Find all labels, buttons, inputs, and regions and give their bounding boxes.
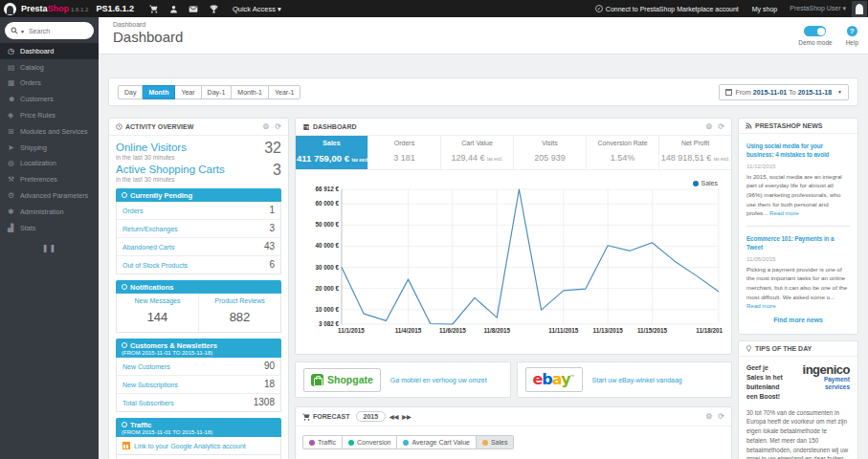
gear-icon[interactable]: ⚙ <box>705 122 712 131</box>
orders-icon: ▦ <box>8 78 20 87</box>
date-range-picker[interactable]: From2015-11-01 To2015-11-18 ▼ <box>719 84 849 100</box>
svg-text:30 000 €: 30 000 € <box>315 264 339 271</box>
chart-legend[interactable]: Sales <box>693 180 718 186</box>
help-icon[interactable]: ? <box>847 26 857 36</box>
news-article-title[interactable]: Using social media for your business: 4 … <box>746 142 850 160</box>
ebay-link[interactable]: Start uw eBay-winkel vandaag <box>592 377 682 383</box>
marketplace-link[interactable]: Connect to PrestaShop Marketplace accoun… <box>606 6 739 12</box>
sidebar-item-advanced-parameters[interactable]: ⚙Advanced Parameters <box>0 187 99 204</box>
svg-text:11/4/2015: 11/4/2015 <box>395 327 422 334</box>
sidebar-item-administration[interactable]: ✱Administration <box>0 204 99 220</box>
forecast-conversion-button[interactable]: Conversion <box>343 435 397 449</box>
traffic-section: Traffic(FROM 2015-11-01 TO 2015-11-18) L… <box>116 418 281 459</box>
find-more-news-link[interactable]: Find more news <box>746 311 850 332</box>
sidebar-item-preferences[interactable]: ⚒Preferences <box>0 171 99 187</box>
stat-net-profit[interactable]: Net Profit148 918,51 € tax excl. <box>659 136 731 169</box>
forecast-year: 2015 <box>356 411 387 422</box>
avatar[interactable] <box>852 1 867 17</box>
forecast-sales-button[interactable]: Sales <box>477 435 515 449</box>
active-carts-link[interactable]: Active Shopping Carts <box>116 164 225 175</box>
customers-newsletters-section: Customers & Newsletters(FROM 2015-11-01 … <box>116 339 281 412</box>
period-day-1-button[interactable]: Day-1 <box>202 85 233 99</box>
customer-icon[interactable] <box>164 0 184 17</box>
svg-text:11/6/2015: 11/6/2015 <box>439 327 466 334</box>
sidebar-item-shipping[interactable]: ➤Shipping <box>0 140 99 156</box>
period-buttons: Day Month Year Day-1 Month-1 Year-1 <box>118 85 300 99</box>
news-article-date: 11/05/2015 <box>746 255 850 262</box>
refresh-icon[interactable]: ⟳ <box>718 122 724 131</box>
pending-row-abandoned-carts[interactable]: Abandoned Carts43 <box>117 238 280 256</box>
sidebar-item-price-rules[interactable]: ◈Price Rules <box>0 107 99 123</box>
sidebar-item-orders[interactable]: ▦Orders <box>0 76 99 92</box>
stat-sales[interactable]: Sales411 759,00 € tax excl. <box>296 136 368 169</box>
sidebar-search[interactable]: ▼ <box>5 22 94 39</box>
news-article-body: Picking a payment provider is one of the… <box>746 265 850 311</box>
search-icon <box>11 27 18 34</box>
demo-mode-toggle[interactable] <box>804 26 826 36</box>
sidebar-item-stats[interactable]: ▟Stats <box>0 220 99 236</box>
refresh-icon[interactable]: ⟳ <box>275 122 281 131</box>
localization-icon: ◍ <box>8 159 20 167</box>
period-year-1-button[interactable]: Year-1 <box>269 85 300 99</box>
period-year-button[interactable]: Year <box>175 85 201 99</box>
quick-access-menu[interactable]: Quick Access ▾ <box>233 5 281 13</box>
svg-text:20 000 €: 20 000 € <box>315 285 339 292</box>
new-subscriptions-row[interactable]: New Subscriptions18 <box>117 376 280 394</box>
trophy-icon[interactable] <box>204 0 224 17</box>
sidebar-item-localization[interactable]: ◍Localization <box>0 156 99 172</box>
refresh-icon[interactable]: ⟳ <box>718 412 724 421</box>
svg-text:40 000 €: 40 000 € <box>315 242 339 249</box>
gear-icon[interactable]: ⚙ <box>705 412 712 421</box>
next-year-button[interactable]: ▶▶ <box>402 413 411 420</box>
sidebar-collapse-button[interactable]: ❚❚ <box>0 244 99 252</box>
new-customers-row[interactable]: New Customers90 <box>117 358 280 376</box>
shopgate-link[interactable]: Ga mobiel en verhoog uw omzet <box>390 377 487 383</box>
sales-chart: Sales 66 912 €60 000 €50 000 €40 000 €30… <box>296 170 731 354</box>
sidebar-item-modules[interactable]: ⊞Modules and Services <box>0 123 99 140</box>
stat-orders[interactable]: Orders3 181 <box>368 136 441 169</box>
online-visitors-link[interactable]: Online Visitors <box>116 142 187 153</box>
sidebar-item-customers[interactable]: ☻Customers <box>0 91 99 107</box>
filter-bar: Day Month Year Day-1 Month-1 Year-1 From… <box>108 77 858 106</box>
administration-icon: ✱ <box>8 208 20 216</box>
svg-text:66 912 €: 66 912 € <box>315 186 339 192</box>
pending-row-out-of-stock[interactable]: Out of Stock Products6 <box>117 256 280 273</box>
stat-conversion-rate[interactable]: Conversion Rate1.54% <box>587 136 659 169</box>
period-month-1-button[interactable]: Month-1 <box>232 85 269 99</box>
mail-icon[interactable] <box>184 0 204 17</box>
previous-year-button[interactable]: ◀◀ <box>389 413 398 420</box>
period-month-button[interactable]: Month <box>143 85 175 99</box>
period-day-button[interactable]: Day <box>118 85 143 99</box>
google-analytics-link[interactable]: Link to your Google Analytics account <box>116 437 281 455</box>
rss-icon <box>746 122 752 129</box>
store-icon <box>302 123 310 131</box>
cart-icon[interactable] <box>144 0 164 17</box>
pending-row-orders[interactable]: Orders1 <box>117 202 280 220</box>
news-article-title[interactable]: Ecommerce 101: Payments in a Tweet <box>746 234 850 252</box>
my-shop-link[interactable]: My shop <box>752 6 777 12</box>
user-menu[interactable]: PrestaShop User ▾ <box>790 5 846 12</box>
stat-visits[interactable]: Visits205 939 <box>514 136 587 169</box>
product-reviews[interactable]: Product Reviews882 <box>198 294 280 332</box>
calendar-icon <box>725 89 732 96</box>
gear-icon[interactable]: ⚙ <box>262 122 269 131</box>
svg-text:11/8/2015: 11/8/2015 <box>483 327 510 334</box>
traffic-dot-icon <box>309 440 315 446</box>
total-subscribers-row[interactable]: Total Subscribers1308 <box>117 394 280 411</box>
stat-cart-value[interactable]: Cart Value129,44 € tax excl. <box>441 136 514 169</box>
sidebar-item-catalog[interactable]: ▤Catalog <box>0 59 99 76</box>
pending-row-returns[interactable]: Return/Exchanges3 <box>117 220 280 238</box>
topbar: PrestaShop1.6.1.2 PS1.6.1.2 Quick Access… <box>0 0 868 17</box>
notifications-icon <box>122 284 127 290</box>
svg-text:60 000 €: 60 000 € <box>315 200 339 207</box>
new-messages[interactable]: New Messages144 <box>117 294 198 332</box>
ingenico-logo: ingenico Payment services <box>783 363 850 393</box>
read-more-link[interactable]: Read more <box>769 209 799 216</box>
forecast-traffic-button[interactable]: Traffic <box>302 435 343 449</box>
modules-icon: ⊞ <box>8 127 20 136</box>
search-input[interactable] <box>29 28 78 34</box>
forecast-avg-cart-button[interactable]: Average Cart Value <box>397 435 476 449</box>
brand: PrestaShop1.6.1.2 <box>21 4 88 13</box>
sidebar-item-dashboard[interactable]: ◷Dashboard <box>0 43 99 59</box>
read-more-link[interactable]: Read more <box>746 302 776 309</box>
